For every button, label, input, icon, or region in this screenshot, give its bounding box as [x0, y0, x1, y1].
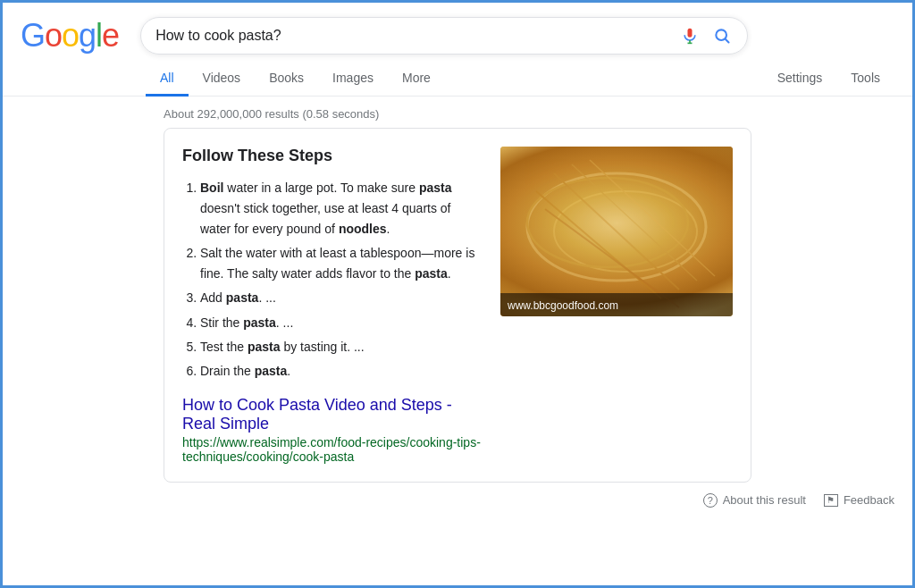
tab-tools[interactable]: Tools: [836, 62, 894, 97]
tab-images[interactable]: Images: [318, 62, 388, 97]
svg-rect-0: [688, 29, 693, 38]
list-item: Drain the pasta.: [200, 361, 483, 382]
search-submit-icon[interactable]: [711, 25, 733, 46]
list-item: Test the pasta by tasting it. ...: [200, 337, 483, 357]
list-item: Boil water in a large pot. To make sure …: [200, 178, 483, 239]
card-title: Follow These Steps: [182, 147, 483, 165]
image-source-text: www.bbcgoodfood.com: [508, 299, 618, 312]
about-result-label: About this result: [723, 493, 806, 507]
tab-all[interactable]: All: [146, 62, 189, 97]
list-item: Stir the pasta. ...: [200, 313, 483, 333]
search-input[interactable]: [155, 28, 668, 44]
logo-l: l: [96, 17, 102, 55]
featured-snippet-card: Follow These Steps Boil water in a large…: [164, 128, 751, 483]
card-image-area: www.bbcgoodfood.com: [500, 147, 733, 464]
image-source-overlay: www.bbcgoodfood.com: [500, 293, 733, 316]
card-link-area: How to Cook Pasta Video and Steps - Real…: [182, 396, 483, 464]
google-logo[interactable]: G o o g l e: [21, 17, 119, 55]
tab-videos[interactable]: Videos: [189, 62, 256, 97]
tab-books[interactable]: Books: [255, 62, 318, 97]
nav-right: Settings Tools: [763, 62, 894, 96]
svg-line-4: [726, 39, 729, 43]
tab-settings[interactable]: Settings: [763, 62, 837, 97]
result-link-title[interactable]: How to Cook Pasta Video and Steps - Real…: [182, 396, 483, 433]
header: G o o g l e: [3, 3, 912, 55]
feedback-label: Feedback: [844, 493, 894, 507]
steps-list: Boil water in a large pot. To make sure …: [182, 178, 483, 382]
about-result-item[interactable]: ? About this result: [703, 493, 806, 508]
microphone-icon[interactable]: [679, 25, 701, 46]
results-info: About 292,000,000 results (0.58 seconds): [3, 97, 912, 128]
list-item: Add pasta. ...: [200, 288, 483, 308]
nav-tabs: All Videos Books Images More Settings To…: [3, 62, 912, 97]
about-icon: ?: [703, 493, 718, 508]
logo-e: e: [102, 17, 119, 55]
pasta-image[interactable]: www.bbcgoodfood.com: [500, 147, 733, 316]
card-content: Follow These Steps Boil water in a large…: [182, 147, 483, 464]
tab-more[interactable]: More: [388, 62, 445, 97]
result-link-url: https://www.realsimple.com/food-recipes/…: [182, 435, 483, 464]
feedback-icon: ⚑: [824, 494, 838, 507]
svg-line-10: [536, 191, 661, 298]
list-item: Salt the water with at least a tablespoo…: [200, 243, 483, 284]
logo-g2: g: [79, 17, 96, 55]
search-bar[interactable]: [140, 17, 748, 55]
logo-o2: o: [62, 17, 79, 55]
logo-g: G: [21, 17, 45, 55]
feedback-item[interactable]: ⚑ Feedback: [824, 493, 894, 507]
nav-left: All Videos Books Images More: [146, 62, 763, 96]
svg-line-9: [572, 164, 697, 281]
logo-o1: o: [45, 17, 62, 55]
search-icons: [679, 25, 733, 46]
footer-bar: ? About this result ⚑ Feedback: [3, 483, 912, 518]
